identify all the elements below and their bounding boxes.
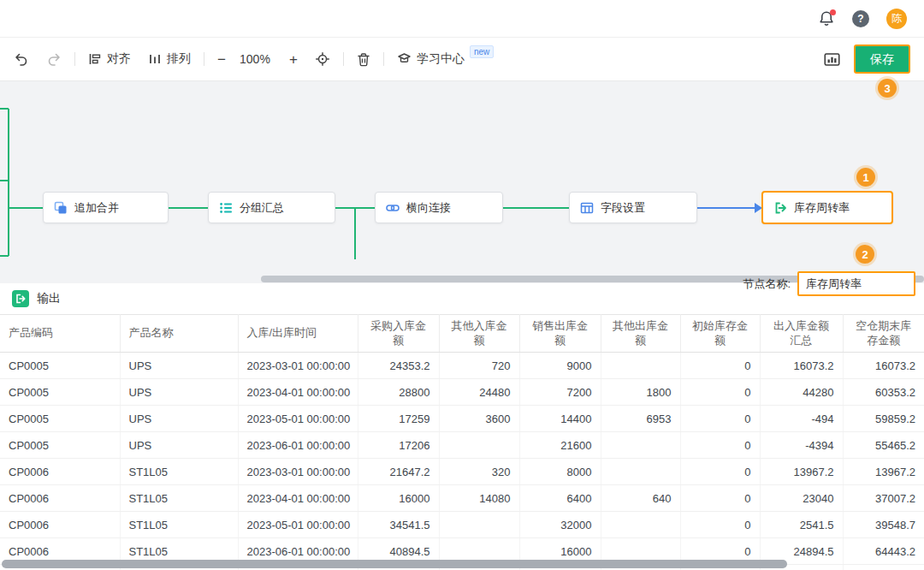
column-header[interactable]: 产品编码 — [0, 315, 120, 353]
undo-icon — [14, 51, 29, 67]
table-cell: 7200 — [519, 379, 601, 406]
table-cell: CP0005 — [0, 353, 120, 379]
node-name-input[interactable] — [797, 271, 915, 296]
flow-node-4[interactable]: 字段设置 — [569, 192, 697, 223]
column-header[interactable]: 产品名称 — [120, 315, 238, 353]
flow-node-label: 横向连接 — [406, 200, 451, 216]
table-cell: 24353.2 — [358, 353, 439, 379]
column-header[interactable]: 其他出库金额 — [601, 315, 680, 353]
learning-center-button[interactable]: 学习中心 new — [397, 51, 494, 67]
zoom-out-button[interactable]: − — [217, 52, 226, 67]
output-title: 输出 — [37, 291, 61, 306]
flow-node-2[interactable]: 分组汇总 — [208, 192, 335, 223]
align-icon — [88, 52, 102, 66]
toolbar-divider — [343, 52, 344, 66]
table-cell: 640 — [601, 485, 680, 512]
table-cell: 64443.2 — [843, 538, 924, 565]
field-settings-icon — [580, 201, 594, 215]
table-cell: 6400 — [519, 485, 601, 512]
table-cell: ST1L05 — [120, 512, 238, 538]
help-icon[interactable]: ? — [852, 10, 869, 27]
table-cell: CP0006 — [0, 512, 120, 538]
table-cell: 16073.2 — [760, 353, 843, 379]
flow-node-5[interactable]: 库存周转率 — [761, 191, 893, 224]
undo-button[interactable] — [14, 51, 29, 67]
topbar: ? 陈 — [0, 0, 924, 38]
locate-button[interactable] — [315, 51, 330, 67]
table-cell: 0 — [680, 432, 760, 459]
step-badge-1: 1 — [856, 168, 875, 187]
toolbar-divider — [383, 52, 384, 66]
table-cell: 0 — [680, 353, 760, 379]
table-cell: UPS — [120, 379, 238, 406]
output-icon — [12, 290, 29, 307]
table-cell: ST1L05 — [120, 485, 238, 512]
delete-button[interactable] — [357, 52, 370, 67]
table-cell: 320 — [439, 459, 519, 485]
table-cell: 3600 — [439, 406, 519, 432]
table-cell — [439, 512, 519, 538]
output-node-icon — [773, 201, 787, 215]
column-header[interactable]: 初始库存金额 — [680, 315, 760, 353]
zoom-in-button[interactable]: + — [289, 52, 298, 67]
table-cell: 0 — [680, 459, 760, 485]
arrange-label: 排列 — [167, 51, 191, 67]
table-cell: 21600 — [519, 432, 601, 459]
table-cell: 2541.5 — [760, 512, 843, 538]
align-button[interactable]: 对齐 — [88, 51, 131, 67]
column-header[interactable]: 其他入库金额 — [439, 315, 519, 353]
table-cell — [601, 459, 680, 485]
notification-bell-icon[interactable] — [818, 10, 835, 27]
horizontal-join-icon — [386, 201, 400, 215]
user-avatar[interactable]: 陈 — [886, 9, 907, 29]
table-cell: 2023-04-01 00:00:00 — [238, 379, 358, 406]
table-cell: 13967.2 — [843, 459, 924, 485]
arrange-icon — [148, 52, 162, 66]
column-header[interactable]: 采购入库金额 — [358, 315, 439, 353]
table-cell: 55465.2 — [843, 432, 924, 459]
table-cell: 44280 — [760, 379, 843, 406]
table-cell: CP0005 — [0, 432, 120, 459]
column-header[interactable]: 销售出库金额 — [519, 315, 601, 353]
step-badge-2: 2 — [856, 245, 874, 264]
table-cell: 2023-06-01 00:00:00 — [238, 432, 358, 459]
topbar-actions: ? 陈 — [818, 9, 907, 29]
column-header[interactable]: 空仓期末库存金额 — [843, 315, 924, 353]
table-cell: 720 — [439, 353, 519, 379]
table-cell — [601, 353, 680, 379]
toolbar: 对齐 排列 − 100% + 学习中心 new 保存 — [0, 38, 924, 80]
table-cell: 13967.2 — [760, 459, 843, 485]
flow-node-3[interactable]: 横向连接 — [375, 192, 503, 223]
table-cell: 17206 — [358, 432, 439, 459]
learning-center-label: 学习中心 — [417, 51, 465, 67]
learning-center-icon — [397, 52, 412, 66]
table-cell: 9000 — [519, 353, 601, 379]
table-row: CP0005UPS2023-03-01 00:00:0024353.272090… — [0, 353, 924, 379]
table-cell: 14400 — [519, 406, 601, 432]
table-cell: 16073.2 — [843, 353, 924, 379]
flow-node-1[interactable]: 追加合并 — [43, 192, 169, 223]
flow-canvas[interactable]: 追加合并分组汇总横向连接字段设置库存周转率 — [0, 80, 924, 283]
export-image-button[interactable] — [824, 52, 840, 67]
table-cell: UPS — [120, 353, 238, 379]
arrange-button[interactable]: 排列 — [148, 51, 191, 67]
trash-icon — [357, 52, 370, 67]
table-cell: 2023-04-01 00:00:00 — [238, 485, 358, 512]
align-label: 对齐 — [107, 51, 131, 67]
redo-icon — [46, 51, 62, 67]
table-row: CP0005UPS2023-05-01 00:00:00172593600144… — [0, 406, 924, 432]
table-cell: 2023-05-01 00:00:00 — [238, 512, 358, 538]
result-table-wrap: 产品编码产品名称入库/出库时间采购入库金额其他入库金额销售出库金额其他出库金额初… — [0, 314, 924, 570]
flow-connectors — [0, 81, 924, 284]
toolbar-right: 保存 — [824, 45, 910, 74]
table-cell: 28800 — [358, 379, 439, 406]
table-horizontal-scrollbar[interactable] — [2, 560, 787, 568]
column-header[interactable]: 出入库金额汇总 — [760, 315, 843, 353]
table-cell: CP0005 — [0, 379, 120, 406]
result-table: 产品编码产品名称入库/出库时间采购入库金额其他入库金额销售出库金额其他出库金额初… — [0, 314, 924, 570]
redo-button[interactable] — [46, 51, 62, 67]
zoom-level: 100% — [238, 52, 272, 66]
save-button[interactable]: 保存 — [854, 45, 910, 74]
column-header[interactable]: 入库/出库时间 — [238, 315, 358, 353]
table-cell: CP0005 — [0, 406, 120, 432]
